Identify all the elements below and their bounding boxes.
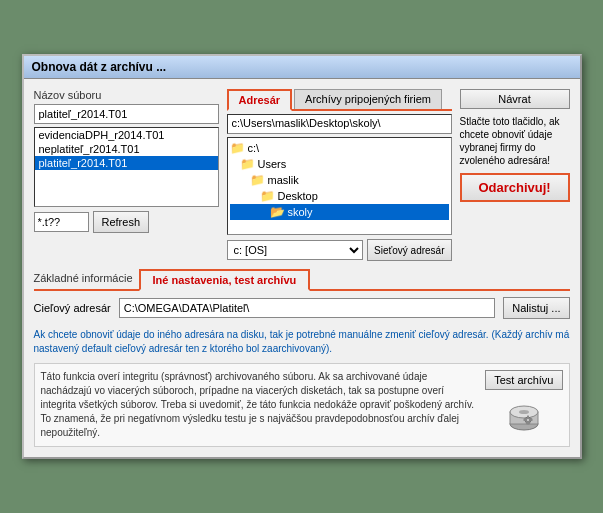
list-item[interactable]: neplatiteľ_r2014.T01 — [35, 142, 218, 156]
folder-icon: 📁 — [260, 189, 275, 203]
file-input[interactable] — [34, 104, 219, 124]
info-text: Ak chcete obnoviť údaje do iného adresár… — [34, 325, 570, 359]
target-input[interactable] — [119, 298, 496, 318]
folder-icon: 📁 — [240, 157, 255, 171]
list-item[interactable]: 📁Users — [230, 156, 449, 172]
svg-point-3 — [519, 410, 529, 414]
disk-gear-icon — [504, 396, 544, 436]
folder-label: c:\ — [248, 142, 260, 154]
browse-button[interactable]: Nalistuj ... — [503, 297, 569, 319]
folder-icon: 📁 — [230, 141, 245, 155]
folder-tree[interactable]: 📁c:\📁Users📁maslik📁Desktop📂skoly — [227, 137, 452, 235]
network-button[interactable]: Sieťový adresár — [367, 239, 451, 261]
drive-select[interactable]: c: [OS] d: — [227, 240, 364, 260]
file-list[interactable]: evidenciaDPH_r2014.T01neplatiteľ_r2014.T… — [34, 127, 219, 207]
refresh-button[interactable]: Refresh — [93, 211, 150, 233]
tab-bar: Adresár Archívy pripojených firiem — [227, 89, 452, 111]
list-item[interactable]: 📁Desktop — [230, 188, 449, 204]
svg-point-5 — [527, 419, 529, 421]
title-bar: Obnova dát z archívu ... — [24, 56, 580, 79]
list-item[interactable]: 📁c:\ — [230, 140, 449, 156]
tab-adresr[interactable]: Adresár — [227, 89, 293, 111]
folder-label: Desktop — [278, 190, 318, 202]
folder-label: skoly — [288, 206, 313, 218]
list-item[interactable]: 📁maslik — [230, 172, 449, 188]
test-right: Test archívu — [485, 370, 562, 440]
left-panel: Názov súboru evidenciaDPH_r2014.T01nepla… — [34, 89, 219, 261]
list-item[interactable]: evidenciaDPH_r2014.T01 — [35, 128, 218, 142]
test-section: Táto funkcia overí integritu (správnosť)… — [34, 363, 570, 447]
main-window: Obnova dát z archívu ... Názov súboru ev… — [22, 54, 582, 459]
target-label: Cieľový adresár — [34, 302, 111, 314]
return-button[interactable]: Návrat — [460, 89, 570, 109]
bottom-tab-bar: Iné nastavenia, test archívu — [139, 269, 314, 289]
far-right-panel: Návrat Stlačte toto tlačidlo, ak chcete … — [460, 89, 570, 261]
svg-rect-6 — [527, 416, 529, 419]
file-label: Názov súboru — [34, 89, 219, 101]
folder-icon: 📂 — [270, 205, 285, 219]
tab-other-settings[interactable]: Iné nastavenia, test archívu — [139, 269, 311, 291]
bottom-section: Základné informácie Iné nastavenia, test… — [34, 269, 570, 447]
test-description: Táto funkcia overí integritu (správnosť)… — [41, 370, 478, 440]
right-panel: Adresár Archívy pripojených firiem c:\Us… — [227, 89, 452, 261]
test-archive-button[interactable]: Test archívu — [485, 370, 562, 390]
folder-label: Users — [258, 158, 287, 170]
hint-text: Stlačte toto tlačidlo, ak chcete obnoviť… — [460, 115, 570, 167]
list-item[interactable]: platiteľ_r2014.T01 — [35, 156, 218, 170]
window-title: Obnova dát z archívu ... — [32, 60, 167, 74]
basic-info-label: Základné informácie — [34, 272, 133, 284]
list-item[interactable]: 📂skoly — [230, 204, 449, 220]
filter-input[interactable] — [34, 212, 89, 232]
tab-archives[interactable]: Archívy pripojených firiem — [294, 89, 442, 109]
path-display: c:\Users\maslik\Desktop\skoly\ — [227, 114, 452, 134]
folder-label: maslik — [268, 174, 299, 186]
archive-button[interactable]: Odarchivuj! — [460, 173, 570, 202]
folder-icon: 📁 — [250, 173, 265, 187]
